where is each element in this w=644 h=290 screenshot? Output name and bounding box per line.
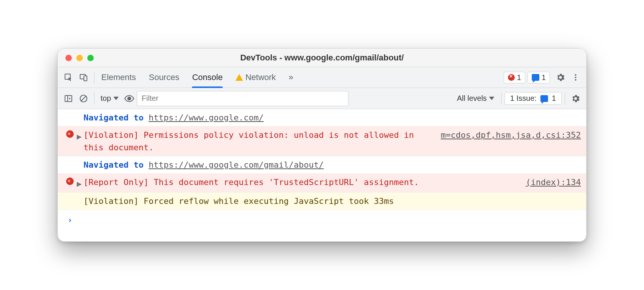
disclosure-triangle[interactable]: ▶ (77, 176, 84, 190)
error-message: ▶ [Violation] Permissions policy violati… (58, 126, 586, 156)
log-levels-selector[interactable]: All levels (453, 94, 498, 103)
device-toolbar-icon[interactable] (76, 70, 91, 85)
svg-point-4 (575, 77, 576, 78)
settings-icon[interactable] (553, 70, 568, 85)
separator (94, 71, 94, 83)
nav-label: Navigated to (84, 113, 144, 122)
issues-label: 1 Issue: (510, 94, 537, 103)
issues-count: 1 (552, 94, 556, 103)
issue-icon (532, 74, 539, 81)
nav-message: Navigated to https://www.google.com/gmai… (58, 156, 586, 174)
titlebar: DevTools - www.google.com/gmail/about/ (58, 49, 586, 67)
context-label: top (101, 94, 111, 103)
tab-elements[interactable]: Elements (101, 68, 136, 87)
error-icon (508, 74, 515, 81)
inspect-element-icon[interactable] (61, 70, 76, 85)
main-tabbar: Elements Sources Console Network » 1 1 (58, 67, 586, 88)
panel-tabs: Elements Sources Console Network » (101, 68, 293, 87)
warn-message: [Violation] Forced reflow while executin… (58, 193, 586, 210)
error-text: [Report Only] This document requires 'Tr… (84, 176, 518, 188)
tab-network-label: Network (245, 72, 276, 82)
svg-point-8 (128, 97, 131, 100)
tab-sources[interactable]: Sources (149, 68, 180, 87)
source-link[interactable]: m=cdos,dpf,hsm,jsa,d,csi:352 (433, 129, 581, 141)
filter-input[interactable] (137, 91, 348, 106)
window-title: DevTools - www.google.com/gmail/about/ (58, 53, 586, 63)
chevron-down-icon (489, 97, 494, 100)
issues-button[interactable]: 1 Issue: 1 (505, 92, 562, 105)
svg-point-5 (575, 79, 576, 80)
error-icon (66, 177, 74, 185)
error-icon (66, 130, 74, 138)
console-toolbar: top All levels 1 Issue: 1 (58, 88, 586, 109)
separator (501, 93, 502, 105)
chevron-down-icon (113, 97, 119, 100)
more-options-icon[interactable] (568, 70, 583, 85)
issue-count: 1 (542, 73, 546, 82)
error-count: 1 (517, 73, 521, 82)
prompt-chevron-icon: › (67, 214, 72, 226)
context-selector[interactable]: top (98, 93, 122, 104)
disclosure-triangle[interactable]: ▶ (77, 129, 84, 143)
levels-label: All levels (457, 94, 487, 103)
clear-console-icon[interactable] (76, 91, 91, 106)
devtools-window: DevTools - www.google.com/gmail/about/ E… (57, 48, 587, 242)
nav-message: Navigated to https://www.google.com/ (58, 109, 586, 126)
error-text: [Violation] Permissions policy violation… (84, 129, 433, 154)
console-log-area: Navigated to https://www.google.com/ ▶ [… (58, 109, 586, 241)
warn-text: [Violation] Forced reflow while executin… (84, 195, 581, 207)
issue-count-badge[interactable]: 1 (528, 72, 550, 83)
live-expression-icon[interactable] (122, 91, 137, 106)
nav-url[interactable]: https://www.google.com/ (149, 113, 264, 122)
error-message: ▶ [Report Only] This document requires '… (58, 174, 586, 193)
separator (565, 93, 565, 105)
source-link[interactable]: (index):134 (518, 176, 581, 188)
svg-point-3 (575, 74, 576, 76)
svg-rect-6 (65, 96, 72, 102)
error-count-badge[interactable]: 1 (504, 72, 525, 83)
console-prompt[interactable]: › (58, 210, 586, 241)
issue-icon (540, 95, 548, 102)
nav-label: Navigated to (84, 160, 144, 170)
svg-rect-2 (84, 76, 87, 81)
tabs-overflow[interactable]: » (289, 68, 293, 87)
console-settings-icon[interactable] (568, 91, 583, 106)
nav-url[interactable]: https://www.google.com/gmail/about/ (149, 160, 324, 170)
sidebar-toggle-icon[interactable] (61, 91, 76, 106)
tab-network[interactable]: Network (235, 68, 276, 87)
separator (94, 93, 94, 105)
tab-console[interactable]: Console (192, 68, 223, 87)
